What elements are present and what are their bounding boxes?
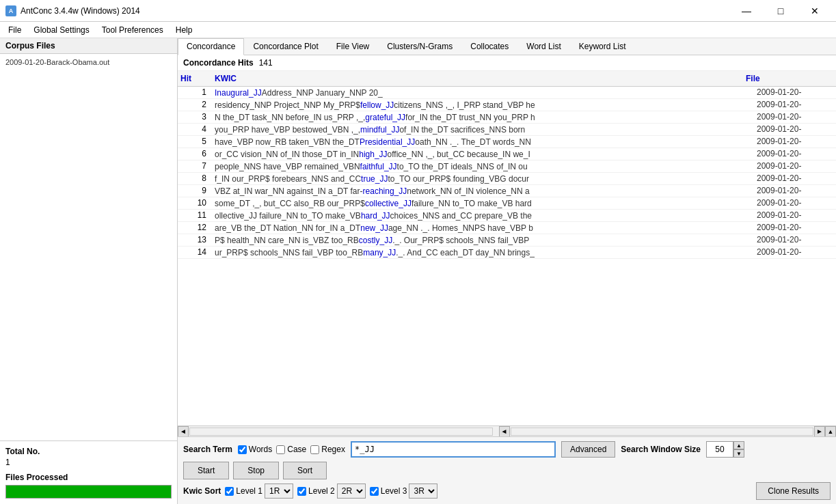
window-size-input[interactable] — [706, 441, 733, 458]
kwic-left: are_VB the_DT Nation_NN for_IN a_DT — [215, 223, 360, 233]
title-bar-left: A AntConc 3.4.4w (Windows) 2014 — [5, 5, 140, 16]
kwic-left: f_IN our_PRP$ forebears_NNS and_CC — [215, 174, 361, 184]
table-row[interactable]: 8f_IN our_PRP$ forebears_NNS and_CC true… — [178, 173, 836, 185]
scroll-right-area-left-btn[interactable]: ◄ — [499, 426, 510, 437]
cell-hit-num: 14 — [178, 247, 212, 258]
scroll-right-btn[interactable]: ► — [814, 426, 825, 437]
cell-file: 2009-01-20- — [754, 173, 836, 184]
cell-hit-num: 2 — [178, 99, 212, 111]
kwic-left: P$ health_NN care_NN is_VBZ too_RB — [215, 236, 359, 245]
horizontal-scroll[interactable]: ◄ ◄ ► ▲ — [178, 425, 836, 436]
table-row[interactable]: 3N the_DT task_NN before_IN us_PRP ,_, g… — [178, 111, 836, 124]
level3-select[interactable]: 3R — [409, 484, 437, 499]
sort-button[interactable]: Sort — [283, 462, 327, 479]
search-input[interactable] — [351, 441, 556, 458]
table-row[interactable]: 6or_CC vision_NN of_IN those_DT in_IN hi… — [178, 148, 836, 160]
spin-up-btn[interactable]: ▲ — [733, 441, 744, 449]
kwic-keyword: high_JJ — [359, 150, 387, 159]
kwic-left: have_VBP now_RB taken_VBN the_DT — [215, 137, 360, 147]
kwic-right: to_TO the_DT ideals_NNS of_IN ou — [397, 162, 528, 171]
menu-global-settings[interactable]: Global Settings — [28, 24, 94, 36]
scroll-track-right[interactable] — [511, 428, 814, 436]
tab-collocates[interactable]: Collocates — [461, 38, 517, 55]
checkbox-group: Words Case Regex — [238, 445, 345, 454]
app-title: AntConc 3.4.4w (Windows) 2014 — [21, 6, 140, 16]
table-row[interactable]: 2residency_NNP Project_NNP My_PRP$ fello… — [178, 99, 836, 111]
cell-file: 2009-01-20- — [754, 210, 836, 221]
menu-tool-preferences[interactable]: Tool Preferences — [96, 24, 169, 36]
table-row[interactable]: 13P$ health_NN care_NN is_VBZ too_RB cos… — [178, 234, 836, 247]
scroll-vert-up-btn[interactable]: ▲ — [825, 426, 836, 437]
table-row[interactable]: 10some_DT ,_, but_CC also_RB our_PRP$ co… — [178, 197, 836, 210]
corpus-file-list: 2009-01-20-Barack-Obama.out — [0, 54, 177, 440]
kwic-right: citizens_NNS ,_, I_PRP stand_VBP he — [394, 100, 535, 110]
spin-buttons: ▲ ▼ — [733, 441, 744, 458]
words-checkbox[interactable] — [238, 445, 247, 454]
tab-clusters-ngrams[interactable]: Clusters/N-Grams — [378, 38, 461, 55]
scroll-left-btn[interactable]: ◄ — [178, 426, 189, 437]
level3-label: Level 3 — [381, 486, 407, 496]
sidebar: Corpus Files 2009-01-20-Barack-Obama.out… — [0, 38, 178, 504]
menu-help[interactable]: Help — [170, 24, 198, 36]
level1-select[interactable]: 1R — [265, 484, 293, 499]
table-row[interactable]: 4you_PRP have_VBP bestowed_VBN ,_, mindf… — [178, 124, 836, 136]
sidebar-file-item[interactable]: 2009-01-20-Barack-Obama.out — [3, 57, 174, 68]
cell-kwic: VBZ at_IN war_NN against_IN a_DT far-rea… — [212, 185, 754, 197]
stop-button[interactable]: Stop — [233, 462, 279, 479]
table-row[interactable]: 5have_VBP now_RB taken_VBN the_DT Presid… — [178, 136, 836, 148]
level1-checkbox[interactable] — [225, 487, 234, 496]
tab-word-list[interactable]: Word List — [517, 38, 569, 55]
sidebar-bottom: Total No. 1 Files Processed — [0, 440, 177, 504]
spin-down-btn[interactable]: ▼ — [733, 449, 744, 458]
search-term-label: Search Term — [183, 445, 232, 454]
minimize-button[interactable]: — — [731, 3, 762, 19]
cell-kwic: P$ health_NN care_NN is_VBZ too_RB costl… — [212, 234, 754, 246]
cell-file: 2009-01-20- — [754, 124, 836, 135]
kwic-right: Address_NNP January_NNP 20_ — [262, 88, 383, 98]
regex-checkbox-item: Regex — [310, 445, 345, 454]
kwic-keyword: reaching_JJ — [363, 186, 407, 196]
kwic-keyword: faithful_JJ — [360, 162, 397, 171]
kwic-right: office_NN ,_, but_CC because_IN we_I — [388, 150, 530, 159]
cell-hit-num: 6 — [178, 148, 212, 160]
progress-bar — [5, 485, 172, 499]
files-processed-label: Files Processed — [5, 473, 172, 482]
tab-concordance-plot[interactable]: Concordance Plot — [244, 38, 327, 55]
level2-checkbox[interactable] — [297, 487, 306, 496]
table-row[interactable]: 7people_NNS have_VBP remained_VBN faithf… — [178, 160, 836, 173]
maximize-button[interactable]: □ — [765, 3, 796, 19]
tab-keyword-list[interactable]: Keyword List — [570, 38, 635, 55]
kwic-right: failure_NN to_TO make_VB hard — [412, 199, 532, 208]
table-row[interactable]: 11ollective_JJ failure_NN to_TO make_VB … — [178, 210, 836, 222]
clone-results-button[interactable]: Clone Results — [756, 482, 831, 500]
tab-file-view[interactable]: File View — [327, 38, 378, 55]
scroll-track-left[interactable] — [189, 428, 493, 436]
cell-file: 2009-01-20- — [754, 247, 836, 258]
start-button[interactable]: Start — [183, 462, 229, 479]
total-no-value: 1 — [5, 458, 172, 467]
col-header-file: File — [743, 72, 825, 85]
regex-checkbox[interactable] — [310, 445, 319, 454]
table-row[interactable]: 1Inaugural_JJ Address_NNP January_NNP 20… — [178, 87, 836, 99]
table-row[interactable]: 12are_VB the_DT Nation_NN for_IN a_DT ne… — [178, 222, 836, 234]
cell-file: 2009-01-20- — [754, 136, 836, 148]
advanced-button[interactable]: Advanced — [561, 441, 615, 458]
menu-file[interactable]: File — [3, 24, 27, 36]
cell-hit-num: 10 — [178, 197, 212, 209]
kwic-right: network_NN of_IN violence_NN a — [407, 186, 529, 196]
cell-kwic: ur_PRP$ schools_NNS fail_VBP too_RB many… — [212, 247, 754, 258]
kwic-left: ur_PRP$ schools_NNS fail_VBP too_RB — [215, 248, 363, 257]
cell-hit-num: 3 — [178, 111, 212, 123]
window-size-spinner: ▲ ▼ — [706, 441, 744, 458]
level2-select[interactable]: 2R — [337, 484, 366, 499]
tab-concordance[interactable]: Concordance — [178, 38, 244, 55]
search-window-label: Search Window Size — [621, 445, 701, 454]
kwic-right: oath_NN ._. The_DT words_NN — [415, 137, 531, 147]
case-checkbox[interactable] — [276, 445, 285, 454]
close-button[interactable]: ✕ — [799, 3, 831, 19]
level3-checkbox[interactable] — [370, 487, 379, 496]
table-row[interactable]: 14ur_PRP$ schools_NNS fail_VBP too_RB ma… — [178, 247, 836, 259]
cell-hit-num: 5 — [178, 136, 212, 148]
table-row[interactable]: 9VBZ at_IN war_NN against_IN a_DT far-re… — [178, 185, 836, 197]
scrollbar-placeholder — [825, 72, 836, 85]
